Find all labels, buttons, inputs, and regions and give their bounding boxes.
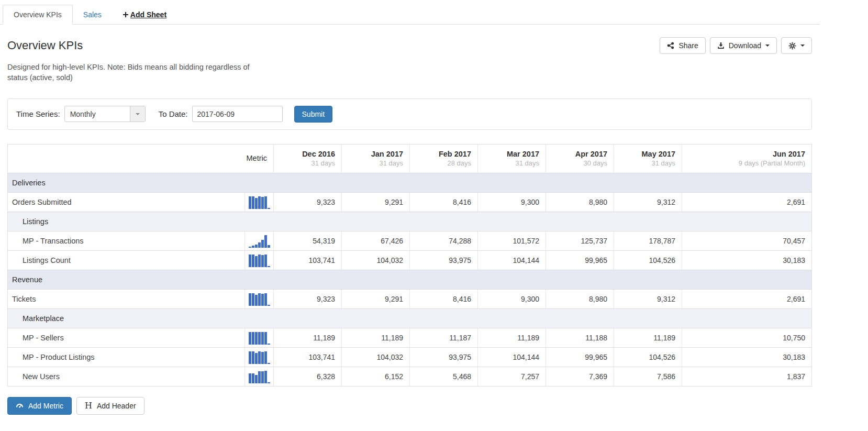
- tab-sales[interactable]: Sales: [73, 5, 112, 24]
- gear-icon: [788, 42, 796, 50]
- sparkline-bar: [258, 332, 261, 345]
- filter-panel: Time Series: Monthly To Date: Submit: [7, 98, 812, 130]
- sparkline-bar: [252, 246, 254, 248]
- column-header: Jan 201731 days: [342, 144, 410, 173]
- sparkline-bar: [268, 382, 270, 383]
- sparkline-bar: [258, 255, 261, 267]
- metric-row: MP - Transactions54,31967,42674,288101,5…: [8, 231, 812, 250]
- sparkline-cell[interactable]: [245, 192, 274, 212]
- heading-icon: H: [85, 402, 92, 410]
- add-sheet-button[interactable]: Add Sheet: [112, 5, 177, 24]
- share-label: Share: [678, 41, 698, 50]
- metric-value-cell: 9,291: [342, 289, 410, 308]
- metric-label[interactable]: Tickets: [8, 289, 245, 308]
- metric-value-cell: 9,312: [614, 289, 682, 308]
- caret-down-icon: [765, 45, 770, 49]
- metric-value-cell: 178,787: [614, 231, 682, 250]
- select-arrow-segment[interactable]: [130, 106, 145, 121]
- metric-value-cell: 104,526: [614, 250, 682, 270]
- metric-value-cell: 9,312: [614, 192, 682, 212]
- header-actions: Share Download: [660, 37, 812, 54]
- sparkline-bar: [252, 293, 254, 306]
- metric-value-cell: 74,288: [410, 231, 478, 250]
- tab-label: Sales: [83, 10, 102, 19]
- metric-value-cell: 11,188: [546, 328, 614, 347]
- share-button[interactable]: Share: [660, 37, 705, 54]
- metric-row: Orders Submitted9,3239,2918,4169,3008,98…: [8, 192, 812, 212]
- column-header: Feb 201728 days: [410, 144, 478, 173]
- tab-overview-kpis[interactable]: Overview KPIs: [3, 5, 73, 25]
- sparkline-bar: [249, 247, 251, 248]
- submit-button[interactable]: Submit: [294, 106, 333, 123]
- column-header: Apr 201730 days: [546, 144, 614, 173]
- sparkline-bar: [255, 198, 258, 209]
- download-label: Download: [729, 41, 761, 50]
- column-header: Dec 201631 days: [274, 144, 342, 173]
- metric-value-cell: 8,980: [546, 192, 614, 212]
- metric-value-cell: 30,183: [682, 347, 812, 367]
- mini-bar-chart: [249, 350, 270, 364]
- sparkline-bar: [255, 245, 258, 248]
- metric-label[interactable]: MP - Sellers: [8, 328, 245, 347]
- sparkline-bar: [264, 293, 267, 306]
- share-icon: [667, 42, 674, 49]
- metric-label[interactable]: Listings Count: [8, 250, 245, 270]
- sheet-tab-bar: Overview KPIs Sales Add Sheet: [0, 0, 820, 25]
- metric-value-cell: 8,416: [410, 192, 478, 212]
- caret-down-icon: [800, 45, 805, 49]
- plus-icon: [123, 12, 129, 18]
- metric-label[interactable]: New Users: [8, 367, 245, 386]
- metric-value-cell: 104,144: [478, 250, 546, 270]
- sparkline-bar: [264, 332, 267, 345]
- metric-value-cell: 11,187: [410, 328, 478, 347]
- sparkline-cell[interactable]: [245, 250, 274, 270]
- download-button[interactable]: Download: [710, 37, 777, 54]
- metric-value-cell: 6,328: [274, 367, 342, 386]
- sparkline-bar: [261, 294, 264, 306]
- sparkline-cell[interactable]: [245, 367, 274, 386]
- mini-bar-chart: [249, 234, 270, 248]
- metric-value-cell: 11,189: [478, 328, 546, 347]
- sparkline-cell[interactable]: [245, 328, 274, 347]
- metric-value-cell: 54,319: [274, 231, 342, 250]
- sparkline-bar: [255, 353, 258, 364]
- metric-label[interactable]: Orders Submitted: [8, 192, 245, 212]
- metric-value-cell: 8,980: [546, 289, 614, 308]
- sparkline-bar: [258, 242, 261, 248]
- metric-value-cell: 6,152: [342, 367, 410, 386]
- settings-button[interactable]: [781, 37, 812, 54]
- section-label: Revenue: [8, 270, 812, 289]
- sparkline-bar: [261, 197, 264, 209]
- metric-column-header: Metric: [8, 144, 274, 173]
- time-series-select[interactable]: Monthly: [64, 106, 146, 122]
- time-series-label: Time Series:: [16, 109, 60, 118]
- sparkline-cell[interactable]: [245, 347, 274, 367]
- metric-value-cell: 67,426: [342, 231, 410, 250]
- sparkline-bar: [261, 255, 264, 267]
- metric-value-cell: 8,416: [410, 289, 478, 308]
- sparkline-bar: [261, 240, 264, 248]
- sparkline-bar: [268, 305, 270, 306]
- sparkline-bar: [249, 196, 251, 209]
- sparkline-cell[interactable]: [245, 231, 274, 250]
- sparkline-bar: [252, 373, 254, 383]
- sparkline-cell[interactable]: [245, 289, 274, 308]
- metric-value-cell: 93,975: [410, 250, 478, 270]
- add-metric-button[interactable]: Add Metric: [7, 397, 72, 415]
- sparkline-bar: [264, 351, 267, 364]
- metric-value-cell: 104,526: [614, 347, 682, 367]
- metric-value-cell: 9,300: [478, 289, 546, 308]
- metric-value-cell: 7,369: [546, 367, 614, 386]
- add-header-button[interactable]: H Add Header: [76, 397, 144, 415]
- page-title: Overview KPIs: [7, 39, 83, 52]
- metric-value-cell: 9,323: [274, 289, 342, 308]
- metric-value-cell: 9,323: [274, 192, 342, 212]
- sparkline-bar: [249, 373, 251, 383]
- metric-value-cell: 2,691: [682, 289, 812, 308]
- metric-label[interactable]: MP - Transactions: [8, 231, 245, 250]
- add-header-label: Add Header: [97, 402, 136, 410]
- to-date-input[interactable]: [192, 106, 283, 122]
- sparkline-bar: [258, 351, 261, 364]
- metric-label[interactable]: MP - Product Listings: [8, 347, 245, 367]
- sparkline-bar: [255, 256, 258, 267]
